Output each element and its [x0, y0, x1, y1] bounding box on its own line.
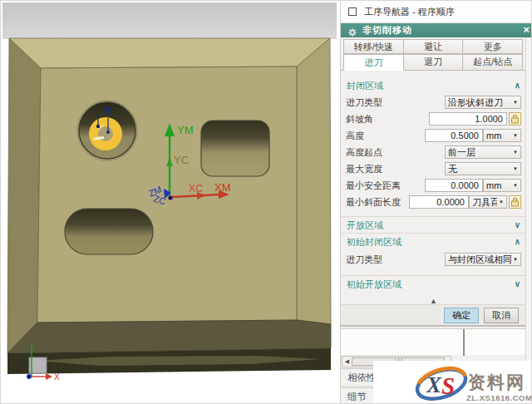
ym-axis-label: YM	[177, 124, 194, 136]
tab-row-top: 转移/快速 避让 更多	[343, 39, 523, 54]
chevron-down-icon[interactable]: ∨	[515, 217, 520, 234]
3d-scene: YM YC XC XM ZM ZC X	[1, 1, 340, 404]
tab-retract[interactable]: 退刀	[403, 54, 464, 71]
height-unit-dropdown[interactable]: mm▼	[483, 129, 521, 142]
part-top-face[interactable]	[9, 38, 330, 68]
datum-x-label: X	[54, 372, 60, 382]
chevron-down-icon[interactable]: ∨	[515, 276, 520, 293]
dialog-button-bar: 确定 取消	[341, 304, 526, 327]
tab-engage[interactable]: 进刀	[343, 54, 404, 71]
graphics-viewport[interactable]: YM YC XC XM ZM ZC X	[1, 1, 340, 404]
ramp-angle-input[interactable]: 1.0000	[429, 112, 507, 126]
section-initial-open-area[interactable]: 初始开放区域 ∨	[341, 275, 526, 292]
viewport-top-band	[2, 2, 337, 39]
watermark-logo-x: X	[426, 372, 442, 397]
close-icon[interactable]: ×	[523, 23, 530, 37]
xm-axis-label: XM	[214, 181, 231, 194]
toolpath-point	[96, 125, 100, 128]
init-engage-type-dropdown[interactable]: 与封闭区域相同▼	[445, 253, 521, 266]
dialog-body: 封闭区域 ∧ 进刀类型 沿形状斜进刀▼ 斜坡角 1.0000 高度 0.5000…	[341, 70, 526, 327]
part-right-face[interactable]	[297, 38, 331, 324]
min-clearance-unit-dropdown[interactable]: mm▼	[483, 179, 521, 192]
navigator-titlebar: 工序导航器 - 程序顺序	[341, 1, 532, 23]
scroll-left-arrow[interactable]: ◀	[342, 358, 352, 365]
field-height: 高度 0.5000 mm▼	[341, 127, 526, 144]
dialog-title: 非切削移动	[362, 23, 412, 37]
wcs-origin[interactable]	[168, 195, 172, 200]
obround-slot[interactable]	[65, 209, 153, 254]
chevron-up-icon[interactable]: ∧	[515, 77, 520, 94]
lock-icon[interactable]	[509, 112, 521, 126]
gear-icon	[347, 26, 357, 41]
min-ramp-length-unit-dropdown[interactable]: 刀具百▼	[469, 195, 507, 209]
app-window: YM YC XC XM ZM ZC X 工序导航器 - 程序顺序	[0, 0, 532, 404]
yc-axis-label: YC	[174, 154, 189, 166]
datum-x-arrowhead	[46, 373, 52, 380]
watermark-site-name: 资料网	[468, 372, 525, 392]
tab-more[interactable]: 更多	[462, 39, 523, 54]
min-clearance-input[interactable]: 0.0000	[425, 179, 483, 192]
max-width-dropdown[interactable]: 无▼	[445, 162, 521, 175]
dialog-titlebar[interactable]: 非切削移动 ×	[341, 23, 532, 37]
field-ramp-angle: 斜坡角 1.0000	[341, 111, 526, 127]
xc-axis-label: XC	[189, 183, 203, 195]
ok-button[interactable]: 确定	[444, 308, 479, 323]
chevron-down-icon: ▼	[499, 200, 504, 204]
min-ramp-length-input[interactable]: 0.0000	[409, 195, 469, 209]
window-icon	[348, 7, 357, 16]
height-from-dropdown[interactable]: 前一层▼	[445, 145, 521, 159]
section-initial-closed-area[interactable]: 初始封闭区域 ∧	[341, 233, 526, 249]
field-min-ramp-length: 最小斜面长度 0.0000 刀具百▼	[341, 194, 526, 210]
section-closed-area[interactable]: 封闭区域 ∧	[341, 77, 526, 94]
part-left-face[interactable]	[7, 38, 41, 353]
chevron-down-icon: ▼	[513, 133, 518, 138]
section-open-area[interactable]: 开放区域 ∨	[341, 216, 526, 233]
tab-transfer-rapid[interactable]: 转移/快速	[343, 39, 404, 54]
tab-start-drill[interactable]: 起点/钻点	[462, 54, 523, 71]
rect-pocket[interactable]	[201, 121, 269, 176]
field-height-from: 高度起点 前一层▼	[341, 144, 526, 160]
chevron-up-icon[interactable]: ∧	[515, 234, 520, 250]
watermark: X S 资料网 ZL.XS1616.COM	[373, 361, 532, 404]
lock-icon[interactable]	[509, 195, 521, 209]
chevron-down-icon: ▼	[513, 166, 518, 171]
tab-row-bottom: 进刀 退刀 起点/钻点	[343, 54, 523, 71]
toolpath-point	[106, 131, 110, 134]
navigator-list-area[interactable]	[341, 328, 532, 355]
engage-type-dropdown[interactable]: 沿形状斜进刀▼	[445, 96, 521, 109]
right-panel: 工序导航器 - 程序顺序 非切削移动 × 转移/快速 避让 更多 进刀 退刀 起…	[340, 1, 532, 404]
column-divider[interactable]	[463, 329, 465, 356]
chevron-down-icon: ▼	[513, 100, 518, 105]
tab-avoidance[interactable]: 避让	[403, 39, 464, 54]
field-init-engage-type: 进刀类型 与封闭区域相同▼	[341, 249, 526, 269]
navigator-title: 工序导航器 - 程序顺序	[364, 1, 455, 23]
cancel-button[interactable]: 取消	[484, 308, 519, 323]
watermark-logo-s: S	[441, 372, 455, 399]
field-engage-type: 进刀类型 沿形状斜进刀▼	[341, 94, 526, 111]
field-min-clearance: 最小安全距离 0.0000 mm▼	[341, 177, 526, 194]
watermark-url: ZL.XS1616.COM	[466, 393, 532, 402]
height-input[interactable]: 0.5000	[425, 129, 483, 142]
chevron-down-icon: ▼	[513, 257, 518, 262]
vertical-scrollbar-track[interactable]	[525, 37, 532, 362]
datum-origin-dot	[28, 376, 30, 377]
chevron-down-icon: ▼	[513, 183, 518, 188]
chevron-down-icon: ▼	[513, 150, 518, 155]
field-max-width: 最大宽度 无▼	[341, 160, 526, 177]
part-shelf-top[interactable]	[7, 320, 331, 353]
